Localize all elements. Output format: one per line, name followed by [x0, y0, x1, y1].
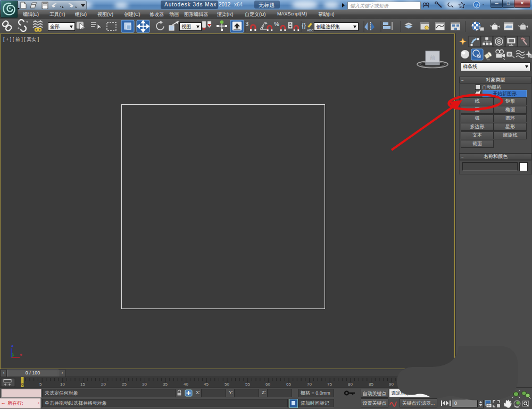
svg-text:3: 3: [245, 21, 248, 27]
svg-text:?: ?: [475, 3, 478, 8]
svg-text:{}: {}: [302, 22, 306, 29]
svg-text:ABC: ABC: [307, 29, 314, 32]
svg-text:前: 前: [430, 55, 435, 61]
svg-text:%: %: [274, 21, 279, 27]
